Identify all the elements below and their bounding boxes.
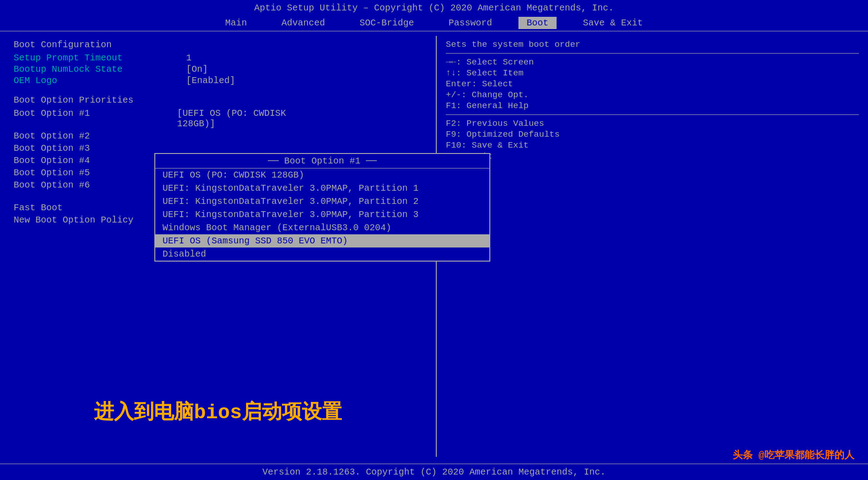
hint-change-opt: +/-: Change Opt. (446, 90, 859, 100)
oem-label: OEM Logo (14, 75, 186, 86)
nav-item-advanced[interactable]: Advanced (273, 17, 333, 29)
config-row-oem: OEM Logo [Enabled] (14, 75, 422, 86)
boot-option-3-row[interactable]: Boot Option #3 (14, 143, 422, 153)
boot-option-1-row[interactable]: Boot Option #1 [UEFI OS (PO: CWDISK128GB… (14, 108, 422, 129)
hint-f1: F1: General Help (446, 101, 859, 111)
boot-option-6-label: Boot Option #6 (14, 180, 177, 201)
hint-f10: F10: Save & Exit (446, 140, 859, 150)
dropdown-title: Boot Option #1 (155, 154, 489, 168)
numlock-label: Bootup NumLock State (14, 64, 186, 74)
config-row-prompt-timeout: Setup Prompt Timeout 1 (14, 53, 422, 63)
boot-option-2-row[interactable]: Boot Option #2 (14, 131, 422, 141)
boot-option-5-label: Boot Option #5 (14, 168, 177, 178)
version-text: Version 2.18.1263. Copyright (C) 2020 Am… (262, 467, 606, 477)
nav-item-password[interactable]: Password (440, 17, 500, 29)
prompt-timeout-label: Setup Prompt Timeout (14, 53, 186, 63)
boot-option-2-label: Boot Option #2 (14, 131, 177, 141)
watermark-text: 进入到电脑bios启动项设置 (0, 398, 436, 425)
boot-option-4-label: Boot Option #4 (14, 155, 177, 166)
hint-esc: ESC: Exit (446, 151, 859, 161)
numlock-value: [On] (186, 64, 208, 74)
right-panel: Sets the system boot order →←: Select Sc… (437, 31, 868, 461)
dropdown-item-0[interactable]: UEFI OS (PO: CWDISK 128GB) (155, 168, 489, 182)
dropdown-item-2[interactable]: UEFI: KingstonDataTraveler 3.0PMAP, Part… (155, 195, 489, 208)
section2-header: Boot Option Priorities (14, 95, 422, 105)
oem-value: [Enabled] (186, 75, 235, 86)
left-panel: Boot Configuration Setup Prompt Timeout … (0, 31, 436, 461)
dropdown-item-6[interactable]: Disabled (155, 247, 489, 261)
hint-f2: F2: Previous Values (446, 119, 859, 129)
hint-separator-mid (446, 114, 859, 115)
app-title: Aptio Setup Utility – Copyright (C) 2020… (254, 3, 614, 13)
bottom-bar: Version 2.18.1263. Copyright (C) 2020 Am… (0, 464, 868, 480)
nav-item-boot[interactable]: Boot (518, 17, 557, 29)
dropdown-item-4[interactable]: Windows Boot Manager (ExternalUSB3.0 020… (155, 221, 489, 234)
nav-item-main[interactable]: Main (217, 17, 255, 29)
hint-select-screen: →←: Select Screen (446, 57, 859, 67)
prompt-timeout-value: 1 (186, 53, 192, 63)
nav-item-soc-bridge[interactable]: SOC-Bridge (351, 17, 422, 29)
dropdown-item-1[interactable]: UEFI: KingstonDataTraveler 3.0PMAP, Part… (155, 182, 489, 195)
dropdown-item-3[interactable]: UEFI: KingstonDataTraveler 3.0PMAP, Part… (155, 208, 489, 221)
hint-enter: Enter: Select (446, 79, 859, 89)
nav-item-save---exit[interactable]: Save & Exit (575, 17, 651, 29)
hint-f9: F9: Optimized Defaults (446, 129, 859, 139)
main-content: Boot Configuration Setup Prompt Timeout … (0, 31, 868, 461)
new-boot-option-label: New Boot Option Policy (14, 215, 177, 225)
boot-option-1-value: [UEFI OS (PO: CWDISK128GB)] (177, 108, 286, 129)
dropdown-overlay[interactable]: Boot Option #1 UEFI OS (PO: CWDISK 128GB… (154, 153, 490, 262)
nav-bar: MainAdvancedSOC-BridgePasswordBootSave &… (0, 15, 868, 31)
right-description: Sets the system boot order (446, 40, 859, 49)
fast-boot-label: Fast Boot (14, 203, 177, 213)
boot-option-3-label: Boot Option #3 (14, 143, 177, 153)
title-bar: Aptio Setup Utility – Copyright (C) 2020… (0, 0, 868, 15)
boot-option-1-label: Boot Option #1 (14, 108, 177, 129)
dropdown-item-5[interactable]: UEFI OS (Samsung SSD 850 EVO EMTO) (155, 234, 489, 247)
watermark-br: 头条 @吃苹果都能长胖的人 (733, 448, 854, 462)
section1-header: Boot Configuration (14, 40, 422, 50)
config-row-numlock: Bootup NumLock State [On] (14, 64, 422, 74)
hint-separator-top (446, 53, 859, 54)
hint-select-item: ↑↓: Select Item (446, 68, 859, 78)
